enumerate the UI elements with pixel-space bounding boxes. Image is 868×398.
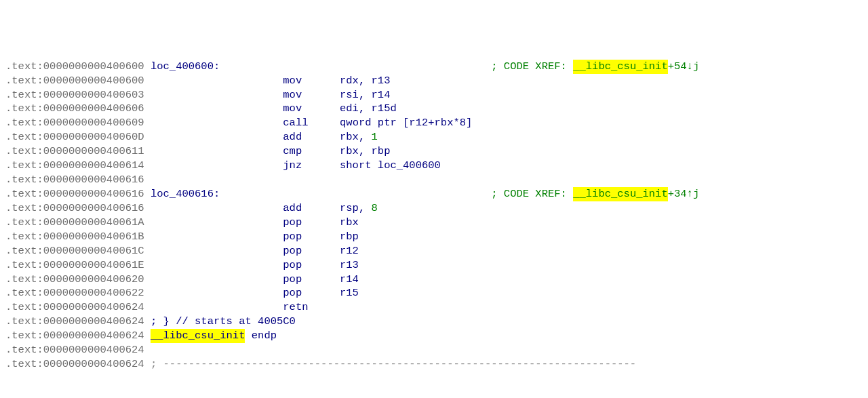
xref-link[interactable]: __libc_csu_init [573, 60, 668, 74]
mnemonic: mov [283, 74, 302, 88]
operand: rbx, [340, 130, 372, 144]
mnemonic: cmp [283, 144, 302, 159]
operands: edi, r15d [340, 102, 397, 116]
address: .text:0000000000400624 [5, 315, 144, 329]
operands: r15 [340, 286, 359, 300]
disasm-line[interactable]: .text:0000000000400606 mov edi, r15d [5, 102, 863, 116]
immediate: 1 [372, 130, 378, 144]
disasm-line[interactable]: .text:0000000000400614 jnz short loc_400… [5, 159, 863, 173]
xref-link[interactable]: __libc_csu_init [573, 187, 668, 201]
mnemonic: pop [283, 216, 302, 230]
mnemonic: retn [283, 300, 308, 315]
address: .text:0000000000400616 [5, 173, 144, 187]
disasm-line[interactable]: .text:0000000000400624 __libc_csu_init e… [5, 329, 863, 343]
operands: rsi, r14 [340, 88, 390, 102]
comment: ; } // starts at 4005C0 [151, 315, 296, 329]
operands: qword ptr [r12+rbx*8] [340, 116, 472, 130]
disasm-line[interactable]: .text:0000000000400600 loc_400600: ; COD… [5, 60, 863, 74]
mnemonic: add [283, 130, 302, 144]
disasm-line[interactable]: .text:000000000040061A pop rbx [5, 216, 863, 230]
mnemonic: jnz [283, 159, 302, 173]
disassembly-listing: .text:0000000000400600 loc_400600: ; COD… [5, 60, 863, 372]
disasm-line[interactable]: .text:0000000000400624 ; ---------------… [5, 357, 863, 372]
disasm-line[interactable]: .text:000000000040060D add rbx, 1 [5, 130, 863, 144]
operands: r12 [340, 244, 359, 258]
operands: rdx, r13 [340, 74, 390, 88]
address: .text:000000000040060D [5, 130, 144, 144]
separator-dashes: ----------------------------------------… [163, 357, 637, 372]
xref-offset: +54↓j [668, 60, 700, 74]
address: .text:0000000000400609 [5, 116, 144, 130]
disasm-line[interactable]: .text:0000000000400609 call qword ptr [r… [5, 116, 863, 130]
disasm-line[interactable]: .text:0000000000400603 mov rsi, r14 [5, 88, 863, 102]
address: .text:0000000000400611 [5, 144, 144, 159]
operands: rbx [340, 216, 359, 230]
disasm-line[interactable]: .text:0000000000400624 [5, 343, 863, 357]
address: .text:0000000000400603 [5, 88, 144, 102]
mnemonic: call [283, 116, 308, 130]
disasm-line[interactable]: .text:0000000000400620 pop r14 [5, 273, 863, 287]
mnemonic: mov [283, 88, 302, 102]
operands: short loc_400600 [340, 159, 441, 173]
address: .text:0000000000400622 [5, 286, 144, 300]
disasm-line[interactable]: .text:000000000040061B pop rbp [5, 230, 863, 244]
address: .text:0000000000400624 [5, 300, 144, 315]
operands: rbx, rbp [340, 144, 390, 159]
address: .text:0000000000400620 [5, 273, 144, 287]
code-label[interactable]: loc_400616: [151, 187, 220, 201]
mnemonic: mov [283, 102, 302, 116]
address: .text:000000000040061C [5, 244, 144, 258]
disasm-line[interactable]: .text:0000000000400622 pop r15 [5, 286, 863, 300]
address: .text:0000000000400624 [5, 329, 144, 343]
disasm-line[interactable]: .text:0000000000400611 cmp rbx, rbp [5, 144, 863, 159]
endp-keyword: endp [245, 329, 277, 343]
disasm-line[interactable]: .text:000000000040061C pop r12 [5, 244, 863, 258]
address: .text:0000000000400600 [5, 60, 144, 74]
separator: ; [151, 357, 163, 372]
address: .text:0000000000400616 [5, 201, 144, 216]
disasm-line[interactable]: .text:0000000000400616 [5, 173, 863, 187]
mnemonic: pop [283, 230, 302, 244]
operands: r13 [340, 258, 359, 273]
xref-offset: +34↑j [668, 187, 700, 201]
code-label[interactable]: loc_400600: [151, 60, 220, 74]
disasm-line[interactable]: .text:0000000000400600 mov rdx, r13 [5, 74, 863, 88]
address: .text:0000000000400616 [5, 187, 144, 201]
mnemonic: pop [283, 244, 302, 258]
disasm-line[interactable]: .text:0000000000400624 retn [5, 300, 863, 315]
disasm-line[interactable]: .text:0000000000400624 ; } // starts at … [5, 315, 863, 329]
mnemonic: pop [283, 286, 302, 300]
immediate: 8 [372, 201, 378, 216]
xref-prefix: ; CODE XREF: [491, 187, 573, 201]
operands: rbp [340, 230, 359, 244]
mnemonic: add [283, 201, 302, 216]
operands: r14 [340, 273, 359, 287]
disasm-line[interactable]: .text:0000000000400616 add rsp, 8 [5, 201, 863, 216]
disasm-line[interactable]: .text:0000000000400616 loc_400616: ; COD… [5, 187, 863, 201]
disasm-line[interactable]: .text:000000000040061E pop r13 [5, 258, 863, 273]
address: .text:0000000000400614 [5, 159, 144, 173]
proc-name[interactable]: __libc_csu_init [151, 329, 245, 343]
address: .text:000000000040061B [5, 230, 144, 244]
address: .text:0000000000400600 [5, 74, 144, 88]
mnemonic: pop [283, 273, 302, 287]
address: .text:0000000000400606 [5, 102, 144, 116]
address: .text:000000000040061E [5, 258, 144, 273]
address: .text:0000000000400624 [5, 343, 144, 357]
operand: rsp, [340, 201, 372, 216]
address: .text:000000000040061A [5, 216, 144, 230]
mnemonic: pop [283, 258, 302, 273]
xref-prefix: ; CODE XREF: [491, 60, 573, 74]
address: .text:0000000000400624 [5, 357, 144, 372]
